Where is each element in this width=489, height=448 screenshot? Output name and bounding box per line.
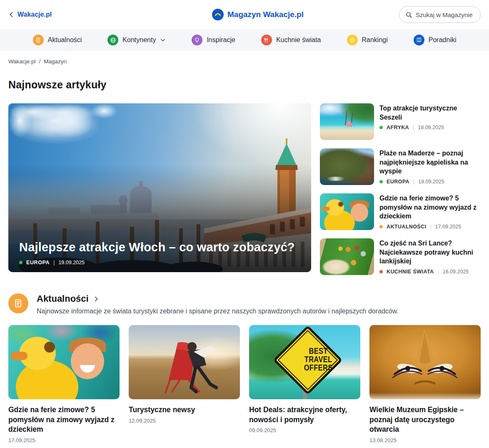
category-dot — [379, 225, 383, 228]
meta-separator: | — [53, 260, 55, 265]
wakacje-logo-icon — [212, 9, 224, 20]
category-nav: Aktualności Kontynenty Inspiracje Kuchni… — [0, 29, 489, 51]
card-image-newsy — [129, 325, 240, 399]
hero-article[interactable]: Najlepsze atrakcje Włoch – co warto zoba… — [8, 103, 311, 272]
card-date: 09.09.2025 — [249, 427, 360, 433]
header: Wakacje.pl Magazyn Wakacje.pl — [0, 0, 489, 29]
search-icon — [405, 11, 412, 18]
sarcophagus-face-illustration — [369, 325, 481, 399]
lightbulb-icon — [192, 35, 202, 45]
nav-item-kontynenty[interactable]: Kontynenty — [107, 35, 166, 45]
article-meta: AFRYKA | 18.09.2025 — [379, 125, 481, 130]
breadcrumb-current: Magazyn — [44, 58, 67, 65]
article-thumbnail-ferie — [320, 193, 374, 230]
side-article-list: Top atrakcje turystyczne Seszeli AFRYKA … — [320, 103, 481, 275]
article-title: Plaże na Maderze – poznaj najpiękniejsze… — [379, 149, 481, 176]
chevron-down-icon — [160, 37, 166, 43]
nav-label: Kuchnie świata — [276, 36, 321, 44]
card-title: Hot Deals: atrakcyjne oferty, nowości i … — [249, 405, 360, 425]
breadcrumb: Wakacje.pl / Magazyn — [8, 58, 481, 65]
meta-separator: | — [437, 269, 439, 275]
chevron-left-icon — [8, 12, 14, 18]
article-title: Gdzie na ferie zimowe? 5 pomysłów na zim… — [379, 194, 481, 221]
nav-label: Poradniki — [429, 36, 457, 44]
article-meta: EUROPA | 18.09.2025 — [379, 179, 481, 185]
category-dot — [379, 270, 383, 273]
nav-label: Rankingi — [362, 36, 388, 44]
news-card[interactable]: Gdzie na ferie zimowe? 5 pomysłów na zim… — [8, 325, 120, 443]
news-card[interactable]: BEST TRAVEL OFFERS Hot Deals: atrakcyjne… — [249, 325, 360, 443]
news-section-title: Aktualności — [37, 293, 89, 304]
nav-item-kuchnie-swiata[interactable]: Kuchnie świata — [261, 35, 321, 45]
back-link-label: Wakacje.pl — [17, 11, 52, 18]
side-article[interactable]: Plaże na Maderze – poznaj najpiękniejsze… — [320, 148, 481, 185]
meta-separator: | — [413, 125, 414, 130]
card-image-muzeum-egipskie — [369, 325, 481, 399]
nav-label: Kontynenty — [122, 36, 156, 44]
nav-item-poradniki[interactable]: Poradniki — [414, 35, 457, 45]
chevron-right-icon — [93, 296, 99, 302]
magazine-title: Magazyn Wakacje.pl — [227, 10, 304, 19]
globe-icon — [107, 35, 118, 45]
magazine-search[interactable] — [399, 6, 481, 23]
meta-separator: | — [413, 179, 414, 185]
card-title: Turystyczne newsy — [129, 405, 240, 415]
article-category: KUCHNIE ŚWIATA — [387, 269, 434, 275]
article-date: 16.09.2025 — [443, 269, 469, 275]
card-image-ferie — [8, 325, 120, 399]
side-article[interactable]: Co zjeść na Sri Lance? Najciekawsze potr… — [320, 238, 481, 275]
card-date: 13.08.2025 — [369, 437, 481, 443]
article-thumbnail-madera — [320, 148, 374, 185]
cutlery-icon — [261, 35, 272, 45]
news-section-description: Najnowsze informacje ze świata turystyki… — [37, 308, 399, 315]
sign-text: BEST TRAVEL OFFERS — [304, 347, 332, 372]
article-thumbnail-sri-lanka — [320, 238, 374, 275]
category-dot — [379, 180, 383, 183]
article-category: EUROPA — [387, 179, 409, 185]
card-image-hot-deals: BEST TRAVEL OFFERS — [249, 325, 360, 399]
article-title: Top atrakcje turystyczne Seszeli — [379, 104, 481, 122]
news-card-grid: Gdzie na ferie zimowe? 5 pomysłów na zim… — [8, 325, 481, 443]
article-thumbnail-seszele — [320, 103, 374, 140]
article-category: AFRYKA — [387, 125, 409, 130]
hero-date: 19.09.2025 — [58, 260, 85, 265]
article-meta: AKTUALNOŚCI | 17.09.2025 — [379, 224, 481, 230]
news-icon — [33, 35, 44, 45]
news-card[interactable]: Turystyczne newsy 12.09.2025 — [129, 325, 240, 443]
news-card[interactable]: Wielkie Muzeum Egipskie – poznaj datę ur… — [369, 325, 481, 443]
hero-caption: Najlepsze atrakcje Włoch – co warto zoba… — [19, 239, 300, 265]
back-to-wakacje-link[interactable]: Wakacje.pl — [8, 11, 117, 18]
article-title: Co zjeść na Sri Lance? Najciekawsze potr… — [379, 239, 481, 266]
news-section-link[interactable]: Aktualności — [37, 293, 399, 304]
breadcrumb-home[interactable]: Wakacje.pl — [8, 58, 36, 65]
deck-chair-illustration — [129, 325, 240, 399]
article-category: AKTUALNOŚCI — [387, 224, 426, 230]
article-date: 18.09.2025 — [418, 179, 444, 185]
hero-category: EUROPA — [26, 260, 50, 265]
nav-item-rankingi[interactable]: Rankingi — [347, 35, 388, 45]
article-meta: KUCHNIE ŚWIATA | 16.09.2025 — [379, 269, 481, 275]
nav-item-aktualnosci[interactable]: Aktualności — [33, 35, 82, 45]
category-dot — [19, 261, 22, 264]
nav-label: Inspiracje — [207, 36, 235, 44]
nav-item-inspiracje[interactable]: Inspiracje — [192, 35, 235, 45]
magazine-logo[interactable]: Magazyn Wakacje.pl — [212, 9, 304, 20]
news-section-header: Aktualności Najnowsze informacje ze świa… — [8, 293, 481, 315]
article-date: 17.09.2025 — [435, 224, 462, 230]
hero-title: Najlepsze atrakcje Włoch – co warto zoba… — [19, 239, 300, 255]
card-date: 12.09.2025 — [129, 418, 240, 424]
star-icon — [347, 35, 358, 45]
nav-label: Aktualności — [48, 36, 82, 44]
side-article[interactable]: Gdzie na ferie zimowe? 5 pomysłów na zim… — [320, 193, 481, 230]
meta-separator: | — [430, 224, 431, 230]
hero-meta: EUROPA | 19.09.2025 — [19, 260, 300, 265]
card-title: Gdzie na ferie zimowe? 5 pomysłów na zim… — [8, 405, 120, 435]
news-icon — [8, 293, 28, 313]
page-title: Najnowsze artykuły — [8, 79, 481, 91]
card-date: 17.09.2025 — [8, 437, 120, 443]
search-input[interactable] — [416, 11, 474, 18]
latest-articles: Najlepsze atrakcje Włoch – co warto zoba… — [8, 103, 481, 275]
book-icon — [414, 35, 424, 45]
side-article[interactable]: Top atrakcje turystyczne Seszeli AFRYKA … — [320, 103, 481, 140]
card-title: Wielkie Muzeum Egipskie – poznaj datę ur… — [369, 405, 481, 435]
